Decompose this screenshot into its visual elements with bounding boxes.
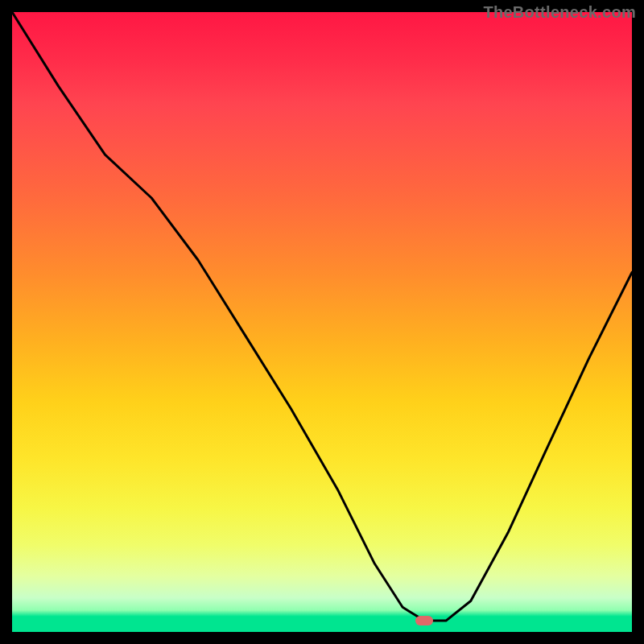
chart-container: TheBottleneck.com [0,0,644,644]
plot-area [12,12,632,632]
bottleneck-curve [12,12,632,621]
optimal-point-marker [415,616,433,625]
watermark-text: TheBottleneck.com [483,3,636,22]
curve-svg [12,12,632,632]
